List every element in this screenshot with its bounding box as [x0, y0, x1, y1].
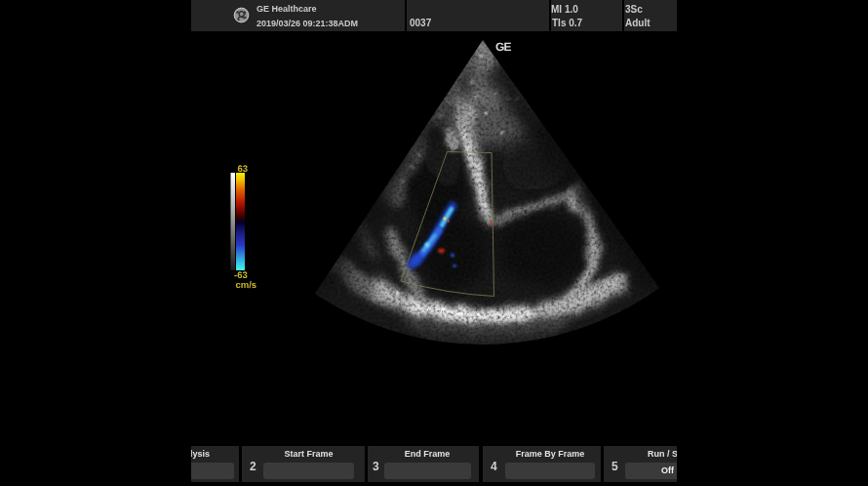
svg-text:cm/s: cm/s — [236, 280, 257, 291]
svg-text:GE: GE — [495, 40, 512, 54]
svg-text:63: 63 — [238, 164, 249, 175]
